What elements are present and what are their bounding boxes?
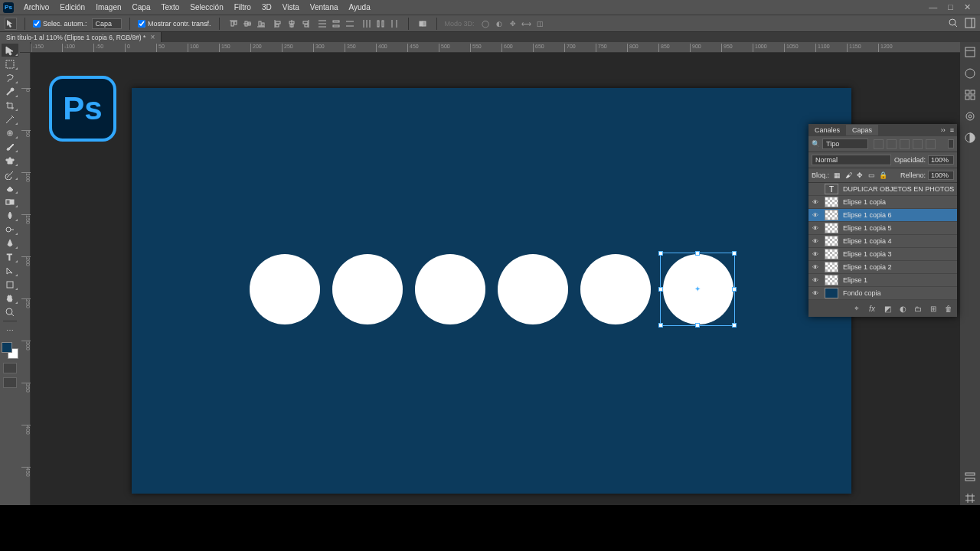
link-layers-icon[interactable]: ⌖ xyxy=(851,303,862,314)
layer-visibility-icon[interactable] xyxy=(811,289,820,297)
zoom-tool[interactable] xyxy=(2,305,18,318)
edit-toolbar-icon[interactable]: ⋯ xyxy=(2,324,18,337)
layer-thumbnail[interactable] xyxy=(825,249,838,259)
menu-texto[interactable]: Texto xyxy=(155,1,185,14)
transform-anchor-icon[interactable]: ✦ xyxy=(694,285,701,293)
layer-group-icon[interactable]: 🗀 xyxy=(913,303,923,314)
opacity-value-input[interactable]: 100% xyxy=(928,155,954,165)
ellipse-shape[interactable] xyxy=(580,254,651,324)
layer-visibility-icon[interactable] xyxy=(811,237,820,245)
3d-orbit-icon[interactable]: ◯ xyxy=(479,18,492,30)
ellipse-shape[interactable] xyxy=(415,254,485,324)
auto-select-target-select[interactable]: Capa xyxy=(92,18,122,29)
window-maximize-icon[interactable]: □ xyxy=(948,2,953,12)
menu-selección[interactable]: Selección xyxy=(185,1,228,14)
crop-tool[interactable] xyxy=(2,99,18,112)
workspace-switcher-icon[interactable] xyxy=(965,18,975,30)
move-tool[interactable] xyxy=(2,44,18,57)
layer-visibility-icon[interactable] xyxy=(811,198,820,206)
distribute-hcenter-icon[interactable] xyxy=(374,18,387,30)
hand-tool[interactable] xyxy=(2,292,18,305)
layer-row[interactable]: Elipse 1 copia 6 xyxy=(808,209,957,222)
panel-collapse-icon[interactable]: ›› xyxy=(941,126,946,134)
transform-handle-tl[interactable] xyxy=(658,251,663,256)
transform-handle-tr[interactable] xyxy=(732,251,737,256)
type-tool[interactable]: T xyxy=(2,250,18,263)
layer-row[interactable]: TDUPLICAR OBJETOS EN PHOTOSHOP xyxy=(808,183,957,196)
filter-shape-icon[interactable] xyxy=(913,139,923,149)
brush-tool[interactable] xyxy=(2,140,18,153)
new-layer-icon[interactable]: ⊞ xyxy=(928,303,939,314)
layer-visibility-icon[interactable] xyxy=(811,250,820,258)
layer-thumbnail[interactable] xyxy=(825,275,838,285)
align-bottom-icon[interactable] xyxy=(255,18,267,30)
layer-thumbnail[interactable] xyxy=(825,223,838,233)
color-panel-icon[interactable] xyxy=(963,67,977,80)
auto-select-checkbox[interactable]: Selec. autom.: xyxy=(33,20,87,28)
layer-row[interactable]: Elipse 1 copia 4 xyxy=(808,235,957,248)
tab-canales[interactable]: Canales xyxy=(808,125,846,135)
layer-thumbnail[interactable] xyxy=(825,236,838,246)
layer-name-label[interactable]: Elipse 1 copia 5 xyxy=(843,224,955,232)
3d-roll-icon[interactable]: ◐ xyxy=(493,18,505,30)
lock-artboard-icon[interactable]: ▭ xyxy=(867,171,876,180)
transform-handle-ml[interactable] xyxy=(658,287,663,292)
layer-name-label[interactable]: Elipse 1 xyxy=(843,276,955,284)
transform-handle-bc[interactable] xyxy=(695,323,700,328)
close-tab-icon[interactable]: × xyxy=(150,33,155,41)
3d-scale-icon[interactable]: ◫ xyxy=(534,18,547,30)
layer-row[interactable]: Elipse 1 copia 2 xyxy=(808,261,957,274)
distribute-right-icon[interactable] xyxy=(388,18,400,30)
history-panel-icon[interactable] xyxy=(963,45,977,59)
menu-3d[interactable]: 3D xyxy=(256,1,277,14)
filter-adjustment-icon[interactable] xyxy=(887,139,897,149)
libraries-panel-icon[interactable] xyxy=(963,109,977,123)
ruler-horizontal[interactable]: -150-100-5005010015020025030035040045050… xyxy=(31,42,960,53)
ellipse-shape[interactable] xyxy=(498,254,568,324)
layer-row[interactable]: Elipse 1 copia 3 xyxy=(808,248,957,261)
layer-name-label[interactable]: DUPLICAR OBJETOS EN PHOTOSHOP xyxy=(843,185,955,193)
align-right-icon[interactable] xyxy=(299,18,312,30)
document-canvas[interactable] xyxy=(132,88,851,494)
magic-wand-tool[interactable] xyxy=(2,85,18,98)
filter-type-icon[interactable] xyxy=(900,139,910,149)
menu-vista[interactable]: Vista xyxy=(277,1,305,14)
transform-handle-br[interactable] xyxy=(732,323,737,328)
pen-tool[interactable] xyxy=(2,236,18,249)
blend-mode-select[interactable]: Normal xyxy=(812,155,891,165)
layer-name-label[interactable]: Elipse 1 copia 6 xyxy=(843,211,955,219)
lasso-tool[interactable] xyxy=(2,71,18,84)
distribute-left-icon[interactable] xyxy=(361,18,373,30)
screen-mode-icon[interactable] xyxy=(3,377,17,388)
layer-thumbnail[interactable] xyxy=(825,210,838,220)
layer-style-icon[interactable]: fx xyxy=(867,303,877,314)
gradient-tool[interactable] xyxy=(2,195,18,208)
color-swatches[interactable] xyxy=(2,342,18,359)
layer-filter-kind-select[interactable]: Tipo xyxy=(822,139,868,149)
lock-image-icon[interactable]: 🖌 xyxy=(844,171,853,180)
layer-visibility-icon[interactable] xyxy=(811,276,820,284)
menu-archivo[interactable]: Archivo xyxy=(18,1,54,14)
auto-align-icon[interactable] xyxy=(416,18,429,30)
window-minimize-icon[interactable]: — xyxy=(929,2,937,12)
fill-value-input[interactable]: 100% xyxy=(928,171,954,180)
grid-panel-icon[interactable] xyxy=(963,491,977,505)
layer-visibility-icon[interactable] xyxy=(811,211,820,219)
marquee-tool[interactable] xyxy=(2,57,18,70)
layer-thumbnail[interactable] xyxy=(825,288,838,298)
3d-pan-icon[interactable]: ✥ xyxy=(507,18,519,30)
foreground-color-swatch[interactable] xyxy=(2,342,12,353)
distribute-bottom-icon[interactable] xyxy=(344,18,356,30)
layer-row[interactable]: Fondo copia xyxy=(808,287,957,300)
layer-thumbnail[interactable] xyxy=(825,197,838,207)
layer-mask-icon[interactable]: ◩ xyxy=(882,303,893,314)
transform-handle-bl[interactable] xyxy=(658,323,663,328)
layer-thumbnail[interactable] xyxy=(825,262,838,272)
clone-stamp-tool[interactable] xyxy=(2,154,18,167)
document-tab[interactable]: Sin título-1 al 110% (Elipse 1 copia 6, … xyxy=(0,32,162,42)
eraser-tool[interactable] xyxy=(2,181,18,194)
history-brush-tool[interactable] xyxy=(2,168,18,181)
swatches-panel-icon[interactable] xyxy=(963,88,977,102)
window-close-icon[interactable]: ✕ xyxy=(964,2,971,12)
ruler-vertical[interactable]: 050100150200250300350400450500 xyxy=(20,53,31,505)
